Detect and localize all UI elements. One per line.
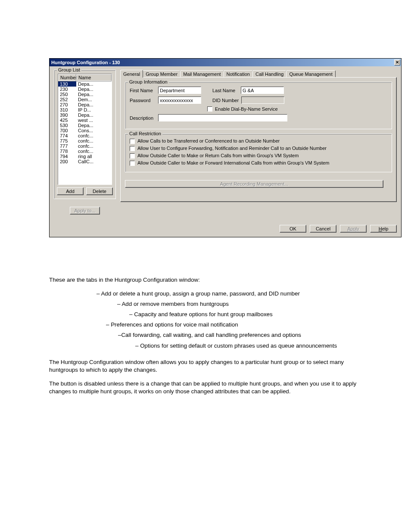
doc-intro: These are the tabs in the Huntgroup Conf… — [49, 276, 362, 284]
help-button[interactable]: Help — [370, 225, 397, 233]
titlebar-text: Huntgroup Configuration - 130 — [51, 60, 120, 65]
row-name: confc... — [76, 143, 112, 149]
general-tab-panel: Group Information First Name Last Name P… — [120, 77, 397, 202]
row-name: Depa... — [76, 92, 112, 97]
row-number: 270 — [58, 102, 76, 107]
enable-dial-by-name-label: Enable Dial-By-Name Service — [215, 106, 278, 112]
document-body: These are the tabs in the Huntgroup Conf… — [0, 237, 411, 395]
doc-li-notification: – Preferences and options for voice mail… — [49, 321, 362, 329]
cr1-checkbox[interactable] — [130, 139, 135, 144]
table-row[interactable]: 250Depa... — [58, 92, 112, 97]
row-name: Cons... — [76, 128, 112, 133]
row-name: IP D... — [76, 107, 112, 112]
delete-button[interactable]: Delete — [86, 187, 113, 195]
row-name: Depa... — [76, 112, 112, 118]
cr3-checkbox[interactable] — [130, 153, 135, 159]
row-name: Dem... — [76, 97, 112, 102]
row-number: 774 — [58, 133, 76, 138]
row-number: 777 — [58, 143, 76, 149]
password-field[interactable] — [158, 96, 201, 104]
last-name-field[interactable] — [241, 87, 284, 94]
table-row[interactable]: 270Depa... — [58, 102, 112, 107]
row-name: Depa... — [76, 102, 112, 107]
tab-call-handling[interactable]: Call Handling — [252, 70, 286, 78]
first-name-field[interactable] — [158, 87, 201, 94]
tab-general[interactable]: General — [120, 70, 143, 78]
apply-button-label: Apply — [347, 226, 359, 231]
doc-p3-b: button is disabled unless there is a cha… — [49, 380, 356, 395]
last-name-label: Last Name — [212, 88, 238, 93]
password-label: Password — [130, 98, 156, 103]
doc-li-general: – Add or delete a hunt group, assign a g… — [49, 290, 362, 298]
cr2-label: Allow User to Configure Forwarding, Noti… — [137, 146, 327, 151]
row-number: 310 — [58, 107, 76, 112]
doc-li-group-member: – Add or remove members from huntgroups — [49, 300, 362, 308]
tab-queue-management[interactable]: Queue Management — [286, 70, 335, 78]
did-label: DID Number — [212, 98, 239, 103]
table-row[interactable]: 700Cons... — [58, 128, 112, 133]
group-list-table[interactable]: Number Name 130Depa...230Depa...250Depa.… — [58, 74, 112, 185]
tab-mail-management[interactable]: Mail Management — [180, 70, 224, 78]
apply-button: Apply — [340, 225, 367, 233]
row-number: 200 — [58, 159, 76, 164]
row-number: 390 — [58, 112, 76, 118]
doc-li-call-handling: –Call forwarding, call waiting, and call… — [49, 331, 362, 339]
group-list-legend: Group List — [57, 67, 81, 72]
row-name: CallC... — [76, 159, 112, 164]
row-name: confc... — [76, 149, 112, 154]
cr4-checkbox[interactable] — [130, 161, 135, 166]
cr4-label: Allow Outside Caller to Make or Forward … — [137, 160, 329, 165]
did-field[interactable] — [241, 96, 284, 104]
col-header-number[interactable]: Number — [58, 74, 76, 81]
table-row[interactable]: 425west ... — [58, 118, 112, 123]
dialog-button-row: OK Cancel Apply Help — [50, 219, 401, 237]
table-row[interactable]: 774confc... — [58, 133, 112, 138]
doc-p3-a: The — [49, 380, 61, 387]
agent-recording-mgmt-button: Agent Recording Management... — [125, 180, 383, 188]
row-name: Depa... — [76, 81, 112, 87]
row-name: west ... — [76, 118, 112, 123]
cr2-checkbox[interactable] — [130, 146, 135, 151]
table-row[interactable]: 794ring all — [58, 154, 112, 159]
close-icon[interactable]: ✕ — [394, 59, 400, 65]
table-row[interactable]: 230Depa... — [58, 87, 112, 92]
table-row[interactable]: 777confc... — [58, 143, 112, 149]
table-row[interactable]: 778confc... — [58, 149, 112, 154]
enable-dial-by-name-checkbox[interactable] — [207, 106, 212, 112]
ok-button[interactable]: OK — [280, 225, 306, 233]
row-number: 700 — [58, 128, 76, 133]
add-button[interactable]: Add — [57, 187, 84, 195]
cr3-label: Allow Outside Caller to Make or Return C… — [137, 153, 299, 158]
doc-li-mail-management: – Capacity and feature options for hunt … — [49, 311, 362, 318]
titlebar[interactable]: Huntgroup Configuration - 130 ✕ — [50, 59, 401, 66]
doc-li-queue-management: – Options for setting default or custom … — [49, 342, 362, 350]
help-button-label: Help — [379, 226, 389, 231]
description-field[interactable] — [158, 114, 287, 121]
call-restriction-fieldset: Call Restriction Allow Calls to be Trans… — [125, 134, 392, 172]
table-row[interactable]: 130Depa... — [58, 81, 112, 87]
row-number: 794 — [58, 154, 76, 159]
row-name: Depa... — [76, 87, 112, 92]
row-number: 230 — [58, 87, 76, 92]
table-row[interactable]: 775confc... — [58, 138, 112, 143]
row-number: 425 — [58, 118, 76, 123]
table-row[interactable]: 390Depa... — [58, 112, 112, 118]
table-row[interactable]: 530Depa... — [58, 123, 112, 128]
row-number: 775 — [58, 138, 76, 143]
row-name: confc... — [76, 133, 112, 138]
tab-notification[interactable]: Notification — [224, 70, 253, 78]
row-name: confc... — [76, 138, 112, 143]
description-label: Description — [130, 115, 156, 121]
group-info-legend: Group Information — [128, 79, 169, 84]
row-number: 130 — [58, 81, 76, 87]
doc-p3: The button is disabled unless there is a… — [49, 380, 362, 395]
row-name: ring all — [76, 154, 112, 159]
tab-group-member[interactable]: Group Member — [143, 70, 181, 78]
table-row[interactable]: 252Dem... — [58, 97, 112, 102]
doc-p2: The Huntgroup Configuration window often… — [49, 358, 362, 374]
table-row[interactable]: 200CallC... — [58, 159, 112, 164]
call-restriction-legend: Call Restriction — [128, 131, 162, 136]
table-row[interactable]: 310IP D... — [58, 107, 112, 112]
cancel-button[interactable]: Cancel — [310, 225, 336, 233]
col-header-name[interactable]: Name — [76, 74, 112, 81]
